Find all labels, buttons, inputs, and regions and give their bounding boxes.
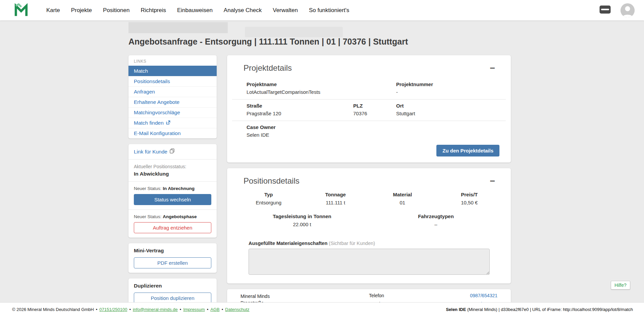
hilfe-button[interactable]: Hilfe? [611, 281, 630, 290]
field-value: Pragstraße 120 [247, 111, 353, 116]
page-content: Angebotsanfrage - Entsorgung | 111.111 T… [128, 20, 511, 316]
nav-item-verwalten[interactable]: Verwalten [273, 7, 298, 14]
sidebar-item-anfragen[interactable]: Anfragen [128, 86, 217, 97]
links-header: LINKS [128, 55, 217, 66]
field-label: Straße [247, 103, 353, 109]
sidebar-item-erhaltene-angebote[interactable]: Erhaltene Angebote [128, 97, 217, 107]
footer-separator: • [222, 307, 223, 312]
nav-item-so-funktionierts[interactable]: So funktioniert's [309, 7, 349, 14]
next-status-label: Neuer Status: [134, 186, 162, 191]
zu-den-projektdetails-button[interactable]: Zu den Projektdetails [436, 145, 499, 156]
next-status-billing: Neuer Status: In Abrechnung [134, 186, 211, 191]
collapse-minus-icon[interactable]: − [490, 178, 495, 184]
projektdetails-card: Projektdetails − Projektname LotActualTa… [227, 55, 511, 163]
user-avatar[interactable] [621, 3, 635, 17]
materialeigenschaften-hint: (Sichtbar für Kunden) [329, 241, 375, 246]
materialeigenschaften-textarea[interactable] [249, 249, 490, 275]
collapse-minus-icon[interactable]: − [490, 65, 495, 71]
contact-company: Mineral Minds [240, 293, 369, 300]
top-navbar: Karte Projekte Positionen Richtpreis Ein… [0, 0, 644, 20]
next-status-value: In Abrechnung [163, 186, 195, 191]
field-value: – [369, 222, 503, 227]
field-label: Preis/T [436, 192, 503, 197]
field-value: Entsorgung [235, 200, 302, 205]
next-status-offer: Neuer Status: Angebotsphase [134, 214, 211, 219]
field-label: Typ [235, 192, 302, 197]
status-wechseln-button[interactable]: Status wechseln [134, 194, 211, 205]
field-value: 111.111 t [302, 200, 369, 205]
field-typ: Typ Entsorgung [235, 192, 302, 205]
field-value: 70376 [353, 111, 396, 116]
field-projektname: Projektname LotActualTargetComparisonTes… [247, 81, 396, 95]
link-fuer-kunde[interactable]: Link für Kunde [134, 148, 211, 155]
current-status-value: In Abwicklung [134, 171, 211, 177]
hdd-icon[interactable] [599, 5, 611, 15]
sidebar-item-label: Match finden [134, 120, 164, 126]
nav-item-einbauweisen[interactable]: Einbauweisen [177, 7, 213, 14]
nav-item-karte[interactable]: Karte [46, 7, 60, 14]
mini-vertrag-title: Mini-Vertrag [134, 248, 211, 254]
field-fahrzeugtypen: Fahrzeugtypen – [369, 213, 503, 227]
next-status-value: Angebotsphase [163, 214, 197, 219]
footer-phone-link[interactable]: 07151/250100 [99, 307, 127, 312]
nav-item-projekte[interactable]: Projekte [71, 7, 92, 14]
nav-item-richtpreis[interactable]: Richtpreis [141, 7, 166, 14]
telefon-label: Telefon [369, 293, 384, 298]
footer-session-info: Selen IDE (Mineral Minds) | d33bea2f67e0… [446, 307, 633, 312]
field-label: Projektnummer [396, 81, 494, 87]
mini-vertrag-card: Mini-Vertrag PDF erstellen [128, 243, 217, 273]
footer-impressum-link[interactable]: Impressum [183, 307, 205, 312]
footer-datenschutz-link[interactable]: Datenschutz [225, 307, 249, 312]
pdf-erstellen-button[interactable]: PDF erstellen [134, 257, 211, 268]
field-value: 10,50 € [436, 200, 503, 205]
main-nav: Karte Projekte Positionen Richtpreis Ein… [46, 7, 349, 14]
nav-item-analyse-check[interactable]: Analyse Check [224, 7, 262, 14]
field-label: Fahrzeugtypen [369, 213, 503, 219]
footer-separator: • [180, 307, 181, 312]
footer-separator: • [96, 307, 98, 312]
auftrag-entziehen-button[interactable]: Auftrag entziehen [134, 222, 211, 233]
field-label: Material [369, 192, 436, 197]
mineral-minds-logo-icon[interactable] [14, 3, 28, 17]
sidebar-item-matchingvorschlaege[interactable]: Matchingvorschläge [128, 107, 217, 118]
footer-user: Selen IDE [446, 307, 466, 312]
field-strasse: Straße Pragstraße 120 [247, 103, 353, 116]
nav-item-positionen[interactable]: Positionen [103, 7, 129, 14]
field-value: LotActualTargetComparisonTests [247, 89, 396, 95]
field-label: Projektname [247, 81, 396, 87]
field-value: Selen IDE [247, 132, 353, 138]
materialeigenschaften-label: Ausgefüllte Materialeigenschaften (Sicht… [227, 227, 511, 249]
link-fuer-kunde-label: Link für Kunde [134, 149, 167, 155]
footer-separator: • [129, 307, 131, 312]
field-material: Material 01 [369, 192, 436, 205]
external-link-icon [166, 120, 170, 126]
field-tonnage: Tonnage 111.111 t [302, 192, 369, 205]
sidebar-item-match[interactable]: Match [128, 66, 217, 76]
telefon-link[interactable]: 0987/654321 [470, 293, 497, 298]
footer-session-rest: (Mineral Minds) | d33bea2f67e0 | URL of … [466, 307, 633, 312]
footer-separator: • [207, 307, 209, 312]
copy-icon [170, 148, 174, 155]
field-label: PLZ [353, 103, 396, 109]
field-tagesleistung: Tagesleistung in Tonnen 22.000 t [235, 213, 369, 227]
field-ort: Ort Stuttgart [396, 103, 494, 116]
sidebar-item-positionsdetails[interactable]: Positionsdetails [128, 76, 217, 86]
status-card: Link für Kunde Aktueller Positionsstatus… [128, 144, 217, 238]
field-preis: Preis/T 10,50 € [436, 192, 503, 205]
field-label: Tagesleistung in Tonnen [235, 213, 369, 219]
footer-email-link[interactable]: info@mineral-minds.de [133, 307, 178, 312]
footer-agb-link[interactable]: AGB [210, 307, 219, 312]
sidebar-item-email-konfiguration[interactable]: E-Mail Konfiguration [128, 128, 217, 138]
footer: © 2026 Mineral Minds Deutschland GmbH • … [0, 302, 644, 316]
sidebar: LINKS Match Positionsdetails Anfragen Er… [128, 55, 217, 316]
field-value: - [396, 89, 494, 95]
field-projektnummer: Projektnummer - [396, 81, 494, 95]
field-value: Stuttgart [396, 111, 494, 116]
field-label: Tonnage [302, 192, 369, 197]
field-case-owner: Case Owner Selen IDE [247, 124, 353, 138]
materialeigenschaften-label-text: Ausgefüllte Materialeigenschaften [249, 241, 327, 246]
sidebar-item-match-finden[interactable]: Match finden [128, 118, 217, 128]
field-value: 01 [369, 200, 436, 205]
sidebar-links-card: LINKS Match Positionsdetails Anfragen Er… [128, 55, 217, 138]
duplizieren-title: Duplizieren [134, 283, 211, 289]
